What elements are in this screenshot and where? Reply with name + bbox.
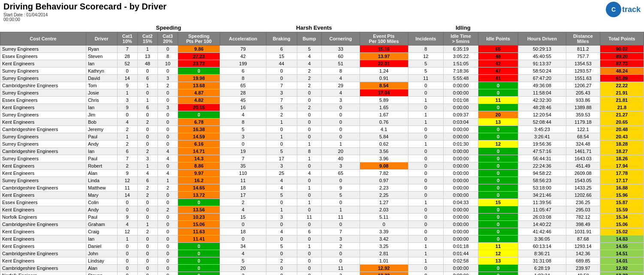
- table-row: Kent EngineersCraig122011.63184673.3900:…: [0, 228, 644, 235]
- col-idle-points: Idle Points: [478, 32, 518, 46]
- logo-icon: C: [606, 2, 621, 17]
- table-row: Surrey EngineersRyan7109.8679653315.1686…: [0, 46, 644, 53]
- idling-section-header: Idling: [408, 24, 518, 32]
- table-row: Surrey EngineersAndy2006.1600110.6210:01…: [0, 141, 644, 148]
- table-row: Surrey EngineersKathryn000060281.2457:18…: [0, 67, 644, 75]
- table-row: Cambridgeshire EngineersJeremy20016.3850…: [0, 126, 644, 133]
- table-row: Surrey EngineersDavid146319.9880240.9111…: [0, 75, 644, 82]
- scorecard-table: Speeding Harsh Events Idling Cost Centre…: [0, 24, 644, 275]
- speeding-section-header: Speeding: [117, 24, 220, 32]
- table-row: Norfolk EnginersPaul90010.2315311115.110…: [0, 214, 644, 221]
- table-row: Surrey EngineersPaul73414.37171403.9600:…: [0, 155, 644, 162]
- harsh-section-header: Harsh Events: [220, 24, 408, 32]
- title-section: Driving Behaviour Scorecard - by Driver …: [3, 2, 606, 22]
- table-row: Kent EngineersDaniel0000345123.2510:01:1…: [0, 243, 644, 250]
- main-title: Driving Behaviour Scorecard - by Driver: [3, 2, 606, 12]
- start-date: Start Date : 01/04/2014 00:00:00: [3, 12, 606, 22]
- table-body: Surrey EngineersRyan7109.8679653315.1686…: [0, 46, 644, 275]
- table-row: Essex EngineersChris3104.82457035.8910:0…: [0, 97, 644, 104]
- table-row: Kent EngineersAlan9449.97110254657.8200:…: [0, 170, 644, 177]
- col-acceleration: Acceleration: [220, 32, 266, 46]
- table-row: Surrey EngineersJim000042001.6710:09:372…: [0, 111, 644, 119]
- extra-header: [518, 24, 644, 32]
- table-row: Cambridgeshire EngineersMatthew112214.65…: [0, 184, 644, 192]
- col-idle-time: Idle Time> 5mins: [443, 32, 478, 46]
- table-row: Cambridgeshire EngineersGraham41015.0600…: [0, 221, 644, 228]
- table-row: Cambridgeshire EngineersAlan000020001112…: [0, 265, 644, 272]
- col-incidents: Incidents: [408, 32, 443, 46]
- table-row: Essex EngineersSteven2813827.23421546013…: [0, 53, 644, 60]
- table-row: Cambridgeshire EngineersIan62414.7119582…: [0, 148, 644, 155]
- table-row: Kent EngineersAndy00213.5641012.0300:00:…: [0, 206, 644, 214]
- col-cat2: Cat215%: [137, 32, 157, 46]
- table-row: Kent EngineersLindsay000052001.0110:02:5…: [0, 257, 644, 265]
- table-row: Kent EngineersIan10011.4100033.4200:00:0…: [0, 235, 644, 243]
- table-row: Cambridgeshire EngineersJohn000040002.81…: [0, 250, 644, 257]
- column-header-row: Cost Centre Driver Cat110% Cat215% Cat32…: [0, 32, 644, 46]
- logo: C track: [606, 2, 641, 17]
- table-row: Surrey EngineersLinda126116.2114000.9700…: [0, 177, 644, 184]
- table-row: Kent EngineersBob4206.7881000.7610:03:04…: [0, 119, 644, 126]
- table-row: Essex EngineersColin000020101.2710:04:33…: [0, 199, 644, 206]
- logo-text: track: [622, 5, 641, 14]
- col-cat1: Cat110%: [117, 32, 137, 46]
- col-cost-centre: Cost Centre: [0, 32, 86, 46]
- col-speeding-pts: SpeedingPts Per 100: [178, 32, 220, 46]
- col-event-pts: Event PtsPer 100 Miles: [360, 32, 408, 46]
- section-header-row: Speeding Harsh Events Idling: [0, 24, 644, 32]
- header: Driving Behaviour Scorecard - by Driver …: [0, 0, 644, 24]
- col-total-points: Total Points: [600, 32, 644, 46]
- table-row: Surrey EngineersPaul10014.5931005.8400:0…: [0, 133, 644, 141]
- table-row: Surrey EngineersJosie1004.872830417.0400…: [0, 89, 644, 97]
- table-row: Kent EngineersRobert2108.86353039.0800:0…: [0, 162, 644, 170]
- col-bump: Bump: [297, 32, 322, 46]
- col-cornering: Cornering: [322, 32, 360, 46]
- table-row: Kent EngineersMary142013.72175052.2500:0…: [0, 192, 644, 199]
- col-hours-driven: Hours Driven: [518, 32, 566, 46]
- col-cat3: Cat320%: [157, 32, 178, 46]
- empty-header: [0, 24, 118, 32]
- table-row: Cambridgeshire EngineersTom91213.6865722…: [0, 82, 644, 89]
- table-row: Kent EngineersIan96320.15165201.6500:00:…: [0, 104, 644, 111]
- col-driver: Driver: [86, 32, 117, 46]
- table-row: Norfolk EnginersSteven0000200312.3200:00…: [0, 272, 644, 275]
- table-row: Kent EngineersIan52481023.721994445122.0…: [0, 60, 644, 67]
- col-distance: DistanceMiles: [566, 32, 600, 46]
- col-braking: Braking: [266, 32, 297, 46]
